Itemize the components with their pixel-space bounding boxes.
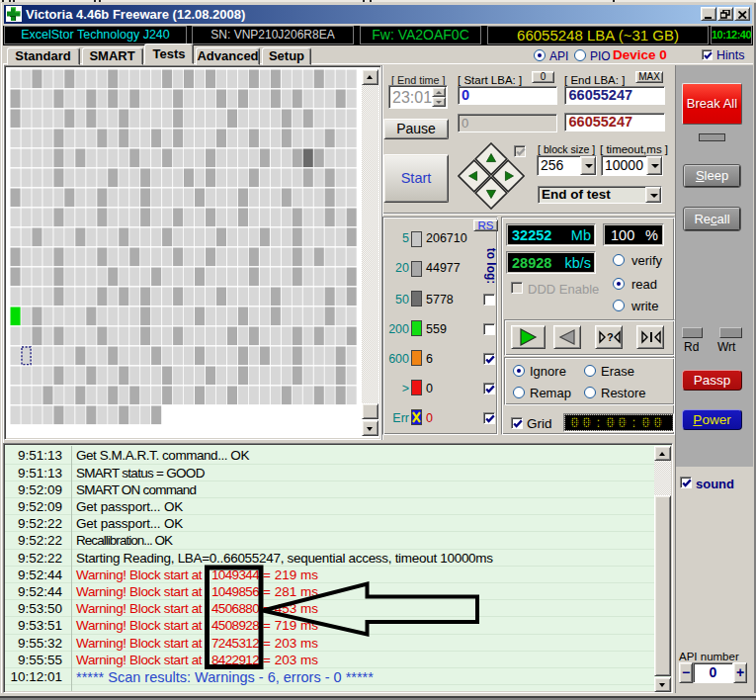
svg-text:?: ? — [607, 331, 614, 343]
